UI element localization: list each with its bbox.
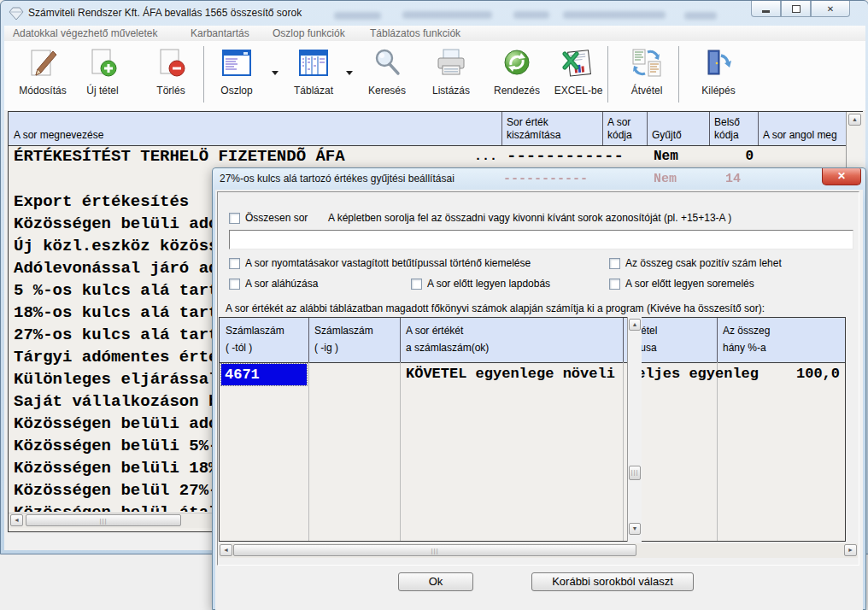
ghost-internal: 14 xyxy=(725,172,741,186)
col-header-english-name[interactable]: A sor angol meg xyxy=(763,129,837,142)
col-header-code[interactable]: A sor kódja xyxy=(607,116,632,142)
dialog-title: 27%-os kulcs alá tartozó értékes gyűjtés… xyxy=(220,173,455,185)
scroll-up-icon[interactable]: ▲ xyxy=(848,114,861,126)
col-header-collector[interactable]: Gyűjtő xyxy=(652,129,682,142)
exit-door-icon xyxy=(702,47,735,79)
row1-calc: ------------ xyxy=(507,145,624,168)
formula-input[interactable] xyxy=(229,230,853,249)
column-dropdown-caret[interactable] xyxy=(272,71,279,75)
dialog-close-button[interactable]: ✕ xyxy=(822,168,861,185)
table-dropdown-caret[interactable] xyxy=(346,71,353,75)
toolbar-separator xyxy=(678,46,679,103)
delete-button[interactable]: Törlés xyxy=(137,45,205,105)
delete-minus-icon xyxy=(155,47,187,79)
caption-buttons: ✕ xyxy=(751,1,853,17)
close-button[interactable]: ✕ xyxy=(811,1,850,17)
print-list-button[interactable]: Listázás xyxy=(417,45,485,105)
search-button[interactable]: Keresés xyxy=(353,45,421,105)
main-titlebar[interactable]: Számviteli Rendszer Kft. ÁFA bevallás 15… xyxy=(1,1,868,26)
menu-data-operations[interactable]: Adatokkal végezhető műveletek xyxy=(13,27,157,39)
printer-icon xyxy=(435,47,467,79)
h-scroll-thumb[interactable] xyxy=(26,514,181,526)
toolbar: Módosítás Új tétel Tör xyxy=(4,41,865,110)
exit-button[interactable]: Kilépés xyxy=(684,45,753,105)
menu-column-functions[interactable]: Oszlop funkciók xyxy=(273,27,345,39)
col-header-internal-code[interactable]: Belső kódja xyxy=(714,116,740,142)
ghost-calc: ----------- xyxy=(503,172,588,186)
menu-maintenance[interactable]: Karbantartás xyxy=(191,27,249,39)
sort-button[interactable]: Rendezés xyxy=(483,45,551,105)
edit-pencil-icon xyxy=(26,47,59,79)
new-item-button[interactable]: Új tétel xyxy=(68,45,137,105)
minimize-button[interactable] xyxy=(751,1,781,17)
main-table-header: A sor megnevezése Sor érték kiszámítása … xyxy=(9,112,846,146)
excel-export-button[interactable]: EXCEL-be xyxy=(544,45,613,105)
column-button[interactable]: Oszlop xyxy=(202,45,271,105)
scroll-left-icon[interactable]: ◄ xyxy=(10,514,23,526)
window-title: Számviteli Rendszer Kft. ÁFA bevallás 15… xyxy=(28,7,302,19)
table-grid-icon xyxy=(297,47,330,79)
screen: Számviteli Rendszer Kft. ÁFA bevallás 15… xyxy=(0,0,868,610)
column-window-icon xyxy=(220,47,253,79)
dialog-client-area xyxy=(215,190,863,610)
col-header-calc[interactable]: Sor érték kiszámítása xyxy=(507,116,560,142)
transfer-documents-icon xyxy=(630,47,663,79)
sort-refresh-icon xyxy=(501,47,533,79)
col-header-name[interactable]: A sor megnevezése xyxy=(14,129,103,142)
ghost-collector: Nem xyxy=(654,172,677,186)
excel-icon xyxy=(562,47,595,79)
modify-button[interactable]: Módosítás xyxy=(9,45,77,105)
row1-ellipsis[interactable]: ... xyxy=(474,145,497,168)
table-button[interactable]: Táblázat xyxy=(279,45,348,105)
row1-name: ÉRTÉKESÍTÉST TERHELÖ FIZETENDÕ ÁFA xyxy=(14,145,345,168)
menu-bar: Adatokkal végezhető műveletek Karbantart… xyxy=(4,26,865,42)
choose-previous-rows-button[interactable]: Korábbi sorokból választ xyxy=(531,572,694,591)
ok-button[interactable]: Ok xyxy=(398,572,473,591)
app-diamond-icon xyxy=(9,6,24,21)
table-row-selected[interactable]: ÉRTÉKESÍTÉST TERHELÖ FIZETENDÕ ÁFA ... -… xyxy=(9,145,846,168)
row1-collector: Nem xyxy=(654,145,678,168)
search-icon xyxy=(371,47,403,79)
restore-button[interactable] xyxy=(781,1,811,17)
transfer-button[interactable]: Átvétel xyxy=(613,45,681,105)
new-item-plus-icon xyxy=(86,47,119,79)
row1-internal-code: 0 xyxy=(709,145,754,168)
menu-table-functions[interactable]: Táblázatos funkciók xyxy=(370,27,460,39)
toolbar-separator xyxy=(607,46,608,103)
